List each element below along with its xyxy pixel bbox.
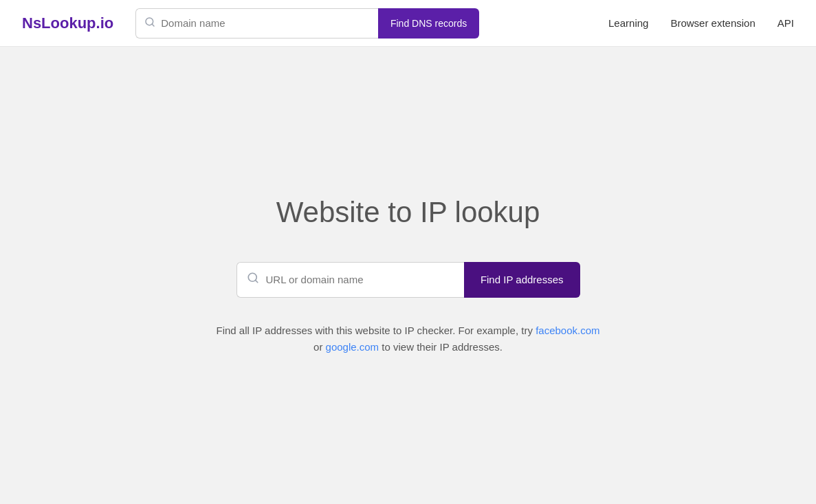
facebook-link[interactable]: facebook.com [536,325,599,336]
main-content: Website to IP lookup Find IP addresses F… [0,47,816,504]
description-text-before: Find all IP addresses with this website … [216,325,532,336]
header-domain-input[interactable] [161,17,370,29]
main-description: Find all IP addresses with this website … [216,322,601,355]
header-search-form: Find DNS records [135,8,479,39]
header: NsLookup.io Find DNS records Learning Br… [0,0,816,47]
google-link[interactable]: google.com [326,341,379,353]
description-text-after: to view their IP addresses. [382,341,503,353]
main-search-form: Find IP addresses [236,262,580,298]
main-search-input-wrapper [236,262,464,298]
nav-learning[interactable]: Learning [608,17,648,29]
main-url-input[interactable] [266,274,454,285]
main-find-ip-button[interactable]: Find IP addresses [464,262,580,298]
header-search-icon [144,17,155,30]
nav-browser-extension[interactable]: Browser extension [670,17,755,29]
description-or: or [313,341,322,353]
svg-line-1 [152,24,154,26]
header-find-dns-button[interactable]: Find DNS records [378,8,479,39]
main-search-icon [247,272,259,287]
nav-api[interactable]: API [778,17,794,29]
logo[interactable]: NsLookup.io [22,14,113,32]
hero-title: Website to IP lookup [276,196,540,229]
svg-line-3 [255,280,257,282]
header-nav: Learning Browser extension API [608,17,794,29]
header-search-input-wrapper [135,8,378,39]
